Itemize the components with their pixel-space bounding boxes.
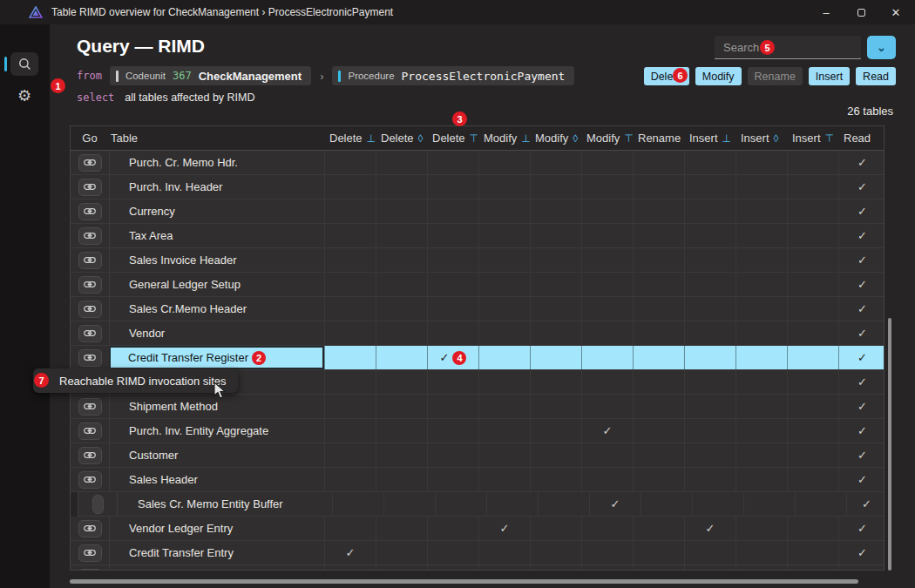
- table-name-cell[interactable]: Currency: [109, 199, 324, 223]
- table-name-cell[interactable]: Credit Transfer Entry: [109, 541, 324, 564]
- column-header-insert-9[interactable]: Insert⊥: [684, 126, 735, 150]
- go-link-button[interactable]: [78, 301, 102, 318]
- go-link-button[interactable]: [78, 325, 102, 342]
- table-row[interactable]: Sales Header✓: [71, 468, 884, 492]
- table-name-cell[interactable]: Tax Area: [109, 224, 324, 247]
- search-options-dropdown[interactable]: ⌄: [867, 36, 896, 59]
- column-header-modify-5[interactable]: Modify⊥: [478, 126, 530, 150]
- rimd-cell-i2: [735, 151, 787, 174]
- codeunit-chip[interactable]: Codeunit 367 CheckManagement: [110, 66, 311, 85]
- maximize-button[interactable]: [844, 0, 878, 24]
- go-link-button[interactable]: [78, 471, 102, 489]
- search-input[interactable]: [715, 36, 861, 59]
- table-name-cell[interactable]: Sales Header: [109, 468, 324, 491]
- table-name-cell[interactable]: Purch. Cr. Memo Hdr.: [109, 151, 324, 174]
- rimd-cell-m3: [581, 273, 633, 296]
- search-icon: [18, 57, 31, 71]
- rimd-cell-m3: [581, 395, 633, 418]
- go-link-button[interactable]: [78, 398, 102, 416]
- minimize-button[interactable]: –: [809, 0, 844, 24]
- table-name-cell[interactable]: Customer: [109, 443, 324, 467]
- go-link-button[interactable]: [78, 422, 102, 440]
- rimd-cell-d3: [427, 151, 478, 174]
- column-header-insert-11[interactable]: Insert⊤: [787, 126, 838, 150]
- go-link-button[interactable]: [78, 154, 102, 172]
- column-header-delete-3[interactable]: Delete◊: [376, 126, 427, 150]
- table-row[interactable]: Sales Cr. Memo Entity Buffer✓✓: [78, 492, 884, 517]
- table-row[interactable]: Sales Cr.Memo Header✓: [71, 297, 884, 321]
- table-name-cell[interactable]: Credit Transfer Register2: [109, 346, 324, 369]
- rimd-cell-i1: [684, 541, 735, 564]
- procedure-chip[interactable]: Procedure ProcessElectronicPayment: [332, 66, 574, 85]
- go-link-button[interactable]: [78, 203, 102, 220]
- check-icon: ✓: [857, 473, 867, 486]
- go-link-button[interactable]: [78, 544, 102, 562]
- column-header-delete-2[interactable]: Delete⊥: [324, 126, 376, 150]
- go-link-button[interactable]: [78, 179, 102, 196]
- column-header-go[interactable]: Go: [71, 126, 109, 150]
- table-row[interactable]: Credit Transfer Entry✓✓: [71, 541, 884, 565]
- table-row[interactable]: General Ledger Setup✓: [71, 273, 884, 297]
- rimd-cell-d3: [427, 395, 478, 418]
- column-header-table[interactable]: Table: [109, 126, 324, 150]
- rimd-cell-i1: [684, 175, 735, 199]
- rimd-cell-d2: [376, 199, 427, 223]
- go-link-button[interactable]: [78, 227, 102, 245]
- check-icon: ✓: [440, 351, 450, 364]
- table-row[interactable]: [71, 565, 884, 571]
- rimd-cell-d2: [376, 224, 427, 247]
- sidebar-item-search[interactable]: [10, 52, 38, 76]
- table-row[interactable]: Tax Area✓: [71, 224, 884, 248]
- annotation-badge-4: 4: [452, 351, 466, 365]
- column-header-rename[interactable]: Rename: [633, 126, 684, 150]
- go-link-button[interactable]: [78, 447, 102, 464]
- table-name-cell[interactable]: Sales Cr.Memo Header: [109, 297, 324, 321]
- sidebar-item-settings[interactable]: ⚙: [10, 84, 38, 107]
- check-icon: ✓: [857, 424, 867, 437]
- filter-button-read[interactable]: Read: [856, 67, 896, 85]
- table-name-cell[interactable]: General Ledger Setup: [109, 273, 324, 296]
- go-link-button[interactable]: [78, 569, 102, 571]
- column-header-delete-4[interactable]: Delete⊤: [427, 126, 478, 150]
- table-row[interactable]: Vendor✓: [71, 321, 884, 346]
- table-name-cell[interactable]: Sales Invoice Header: [109, 248, 324, 272]
- table-row[interactable]: Currency✓: [71, 199, 884, 224]
- rimd-cell-d1: [324, 443, 376, 467]
- table-row[interactable]: Customer✓: [71, 443, 884, 468]
- go-cell: [78, 492, 117, 516]
- table-name-cell[interactable]: Purch. Inv. Header: [109, 175, 324, 199]
- go-link-button[interactable]: [78, 520, 102, 537]
- column-header-modify-6[interactable]: Modify◊: [530, 126, 581, 150]
- table-name-cell[interactable]: Purch. Inv. Entity Aggregate: [109, 419, 324, 443]
- table-row[interactable]: Credit Transfer Register2✓4✓: [71, 346, 884, 370]
- mouse-cursor: [214, 382, 227, 400]
- breadcrumb-separator: ›: [320, 70, 323, 83]
- table-name-cell[interactable]: Sales Cr. Memo Entity Buffer: [117, 492, 332, 516]
- rimd-cell-m2: [530, 248, 581, 272]
- go-link-button[interactable]: [78, 349, 102, 367]
- table-name-cell[interactable]: Vendor Ledger Entry: [109, 517, 324, 540]
- table-row[interactable]: Vendor Ledger Entry✓✓✓: [71, 517, 884, 541]
- rimd-cell-i1: [684, 468, 735, 491]
- vertical-scrollbar[interactable]: [888, 318, 891, 571]
- table-name-cell[interactable]: [109, 565, 324, 571]
- table-row[interactable]: Sales Invoice Header✓: [71, 248, 884, 273]
- column-header-read[interactable]: Read: [838, 126, 884, 150]
- horizontal-scrollbar[interactable]: [70, 579, 858, 584]
- filter-button-modify[interactable]: Modify: [695, 67, 742, 85]
- go-link-button[interactable]: [78, 252, 102, 269]
- filter-button-insert[interactable]: Insert: [809, 67, 850, 85]
- rimd-cell-rd: ✓: [838, 468, 884, 491]
- column-header-label: Modify: [484, 132, 517, 145]
- table-row[interactable]: Purch. Inv. Header✓: [71, 175, 884, 199]
- close-button[interactable]: ✕: [878, 0, 913, 24]
- table-row[interactable]: Purch. Cr. Memo Hdr.✓: [71, 151, 884, 175]
- rimd-cell-m2: [530, 517, 581, 540]
- column-header-modify-7[interactable]: Modify⊤: [581, 126, 633, 150]
- rimd-cell-i3: [787, 565, 838, 571]
- table-row[interactable]: Purch. Inv. Entity Aggregate✓✓: [71, 419, 884, 443]
- table-row[interactable]: Shipment Method✓: [71, 395, 884, 419]
- go-link-button[interactable]: [78, 276, 102, 294]
- table-name-cell[interactable]: Vendor: [109, 321, 324, 345]
- column-header-insert-10[interactable]: Insert◊: [735, 126, 787, 150]
